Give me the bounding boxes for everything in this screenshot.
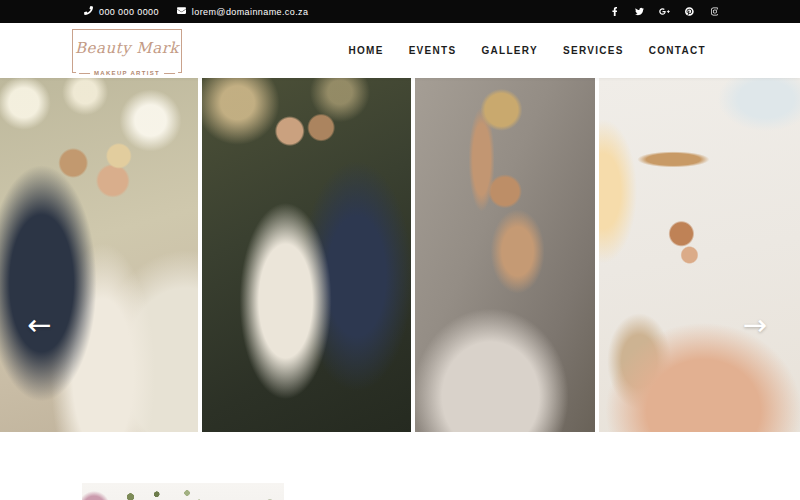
gallery-slide-2[interactable]	[202, 78, 411, 432]
envelope-icon	[177, 6, 186, 17]
nav-item-contact[interactable]: CONTACT	[649, 45, 706, 56]
carousel-prev-arrow-icon[interactable]: ←	[27, 311, 51, 340]
email-address: lorem@domainname.co.za	[192, 7, 308, 17]
phone-icon	[84, 6, 93, 17]
photo-blonde-portrait	[415, 78, 595, 432]
logo-subtitle-row: MAKEUP ARTIST	[76, 70, 178, 76]
logo-title: Beauty Mark	[75, 39, 179, 57]
gallery-slide-1[interactable]	[0, 78, 198, 432]
main-navigation: HOME EVENTS GALLERY SERVICES CONTACT	[348, 45, 706, 56]
floral-watercolor-image	[82, 483, 284, 500]
nav-item-events[interactable]: EVENTS	[409, 45, 457, 56]
email-link[interactable]: lorem@domainname.co.za	[177, 6, 308, 17]
facebook-icon[interactable]	[609, 6, 620, 17]
logo[interactable]: Beauty Mark MAKEUP ARTIST	[72, 29, 182, 73]
phone-number: 000 000 0000	[99, 7, 159, 17]
social-links	[609, 6, 720, 17]
nav-item-services[interactable]: SERVICES	[563, 45, 624, 56]
logo-dash-right	[164, 73, 175, 74]
nav-item-gallery[interactable]: GALLERY	[481, 45, 538, 56]
logo-subtitle: MAKEUP ARTIST	[94, 70, 160, 76]
carousel-next-arrow-icon[interactable]: →	[743, 311, 767, 340]
contact-info: 000 000 0000 lorem@domainname.co.za	[84, 6, 308, 17]
phone-link[interactable]: 000 000 0000	[84, 6, 159, 17]
site-header: Beauty Mark MAKEUP ARTIST HOME EVENTS GA…	[0, 23, 800, 78]
top-bar: 000 000 0000 lorem@domainname.co.za	[0, 0, 800, 23]
gallery-carousel: ← →	[0, 78, 800, 433]
google-plus-icon[interactable]	[659, 6, 670, 17]
nav-item-home[interactable]: HOME	[348, 45, 383, 56]
photo-peach-gown	[599, 78, 800, 432]
next-section-preview	[0, 483, 800, 500]
logo-dash-left	[79, 73, 90, 74]
pinterest-icon[interactable]	[684, 6, 695, 17]
twitter-icon[interactable]	[634, 6, 645, 17]
instagram-icon[interactable]	[709, 6, 720, 17]
gallery-slide-3[interactable]	[415, 78, 595, 432]
gallery-slide-4[interactable]	[599, 78, 800, 432]
photo-couple-embrace	[202, 78, 411, 432]
photo-bride-groom-car	[0, 78, 198, 432]
